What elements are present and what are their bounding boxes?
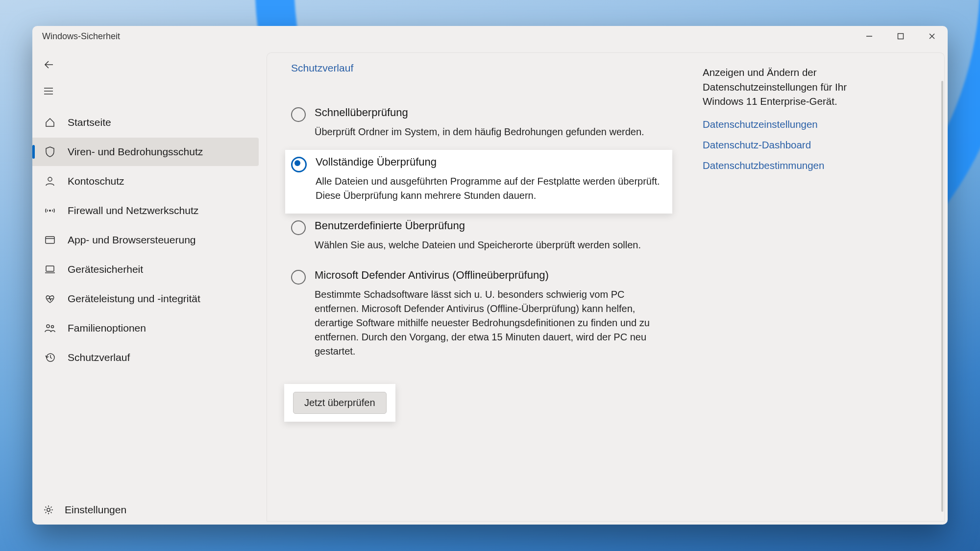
radio-unchecked-icon[interactable] bbox=[291, 107, 306, 122]
radio-checked-icon[interactable] bbox=[291, 157, 307, 172]
laptop-icon bbox=[43, 264, 57, 274]
window-title: Windows-Sicherheit bbox=[42, 31, 120, 42]
privacy-statement-link[interactable]: Datenschutzbestimmungen bbox=[703, 160, 879, 171]
sidebar-item-account[interactable]: Kontoschutz bbox=[32, 167, 264, 195]
home-icon bbox=[43, 117, 57, 128]
close-button[interactable] bbox=[916, 26, 948, 47]
privacy-description: Anzeigen und Ändern der Datenschutzeinst… bbox=[703, 65, 879, 109]
sidebar-item-performance[interactable]: Geräteleistung und -integrität bbox=[32, 285, 264, 313]
scan-option-title: Vollständige Überprüfung bbox=[316, 156, 663, 168]
scan-option-offline[interactable]: Microsoft Defender Antivirus (Offlineübe… bbox=[291, 263, 663, 369]
history-icon bbox=[43, 352, 57, 363]
sidebar-item-firewall[interactable]: Firewall und Netzwerkschutz bbox=[32, 196, 264, 225]
sidebar-item-settings[interactable]: Einstellungen bbox=[32, 495, 264, 525]
scan-option-custom[interactable]: Benutzerdefinierte Überprüfung Wählen Si… bbox=[291, 214, 663, 263]
sidebar-item-label: Schutzverlauf bbox=[68, 352, 130, 363]
scan-option-desc: Bestimmte Schadsoftware lässt sich u. U.… bbox=[315, 287, 655, 359]
sidebar-item-app-browser[interactable]: App- und Browsersteuerung bbox=[32, 226, 264, 254]
sidebar-item-protection-history[interactable]: Schutzverlauf bbox=[32, 343, 264, 372]
sidebar-item-device-security[interactable]: Gerätesicherheit bbox=[32, 255, 264, 284]
app-window-icon bbox=[43, 235, 57, 245]
person-icon bbox=[43, 176, 57, 187]
sidebar: Startseite Viren- und Bedrohungsschutz K… bbox=[32, 47, 264, 525]
maximize-button[interactable] bbox=[885, 26, 916, 47]
content-panel: Schutzverlauf Schnellüberprüfung Überprü… bbox=[267, 52, 945, 522]
sidebar-item-label: Startseite bbox=[68, 117, 111, 128]
svg-point-8 bbox=[48, 177, 52, 181]
svg-point-15 bbox=[51, 326, 54, 328]
sidebar-item-label: Einstellungen bbox=[65, 504, 126, 516]
gear-icon bbox=[43, 504, 54, 515]
scan-now-button[interactable]: Jetzt überprüfen bbox=[293, 392, 387, 414]
sidebar-item-label: Kontoschutz bbox=[68, 175, 124, 187]
radio-unchecked-icon[interactable] bbox=[291, 220, 306, 235]
scan-option-quick[interactable]: Schnellüberprüfung Überprüft Ordner im S… bbox=[291, 100, 663, 150]
sidebar-item-label: App- und Browsersteuerung bbox=[68, 234, 196, 246]
svg-point-17 bbox=[47, 508, 50, 511]
svg-rect-12 bbox=[46, 266, 54, 271]
svg-rect-1 bbox=[898, 34, 904, 39]
privacy-settings-link[interactable]: Datenschutzeinstellungen bbox=[703, 119, 879, 130]
scan-option-desc: Alle Dateien und ausgeführten Programme … bbox=[316, 174, 663, 203]
scan-button-highlight: Jetzt überprüfen bbox=[284, 384, 395, 422]
sidebar-item-family[interactable]: Familienoptionen bbox=[32, 314, 264, 342]
radio-unchecked-icon[interactable] bbox=[291, 270, 306, 285]
scan-option-title: Microsoft Defender Antivirus (Offlineübe… bbox=[315, 269, 655, 282]
privacy-sidebar: Anzeigen und Ändern der Datenschutzeinst… bbox=[703, 62, 879, 502]
scan-option-desc: Wählen Sie aus, welche Dateien und Speic… bbox=[315, 238, 641, 252]
people-icon bbox=[43, 323, 57, 333]
sidebar-item-label: Firewall und Netzwerkschutz bbox=[68, 205, 198, 216]
sidebar-item-home[interactable]: Startseite bbox=[32, 108, 264, 137]
sidebar-item-virus-threat[interactable]: Viren- und Bedrohungsschutz bbox=[32, 138, 259, 166]
heart-pulse-icon bbox=[43, 294, 57, 304]
scrollbar[interactable] bbox=[941, 81, 943, 512]
scan-option-title: Benutzerdefinierte Überprüfung bbox=[315, 219, 641, 232]
hamburger-menu-button[interactable] bbox=[43, 86, 54, 96]
svg-rect-10 bbox=[46, 237, 54, 243]
windows-security-window: Windows-Sicherheit bbox=[32, 26, 948, 525]
titlebar: Windows-Sicherheit bbox=[32, 26, 948, 47]
scan-option-title: Schnellüberprüfung bbox=[315, 106, 644, 119]
svg-point-9 bbox=[49, 210, 51, 212]
shield-icon bbox=[43, 146, 57, 158]
scan-option-desc: Überprüft Ordner im System, in dem häufi… bbox=[315, 125, 644, 139]
protection-history-link[interactable]: Schutzverlauf bbox=[291, 62, 663, 74]
privacy-dashboard-link[interactable]: Datenschutz-Dashboard bbox=[703, 139, 879, 151]
minimize-button[interactable] bbox=[854, 26, 885, 47]
sidebar-item-label: Geräteleistung und -integrität bbox=[68, 293, 200, 305]
sidebar-item-label: Familienoptionen bbox=[68, 322, 146, 334]
sidebar-item-label: Gerätesicherheit bbox=[68, 264, 143, 275]
sidebar-item-label: Viren- und Bedrohungsschutz bbox=[68, 146, 203, 158]
svg-point-14 bbox=[47, 325, 49, 328]
wifi-icon bbox=[43, 206, 57, 216]
back-button[interactable] bbox=[43, 59, 55, 71]
scan-option-full[interactable]: Vollständige Überprüfung Alle Dateien un… bbox=[285, 150, 672, 214]
